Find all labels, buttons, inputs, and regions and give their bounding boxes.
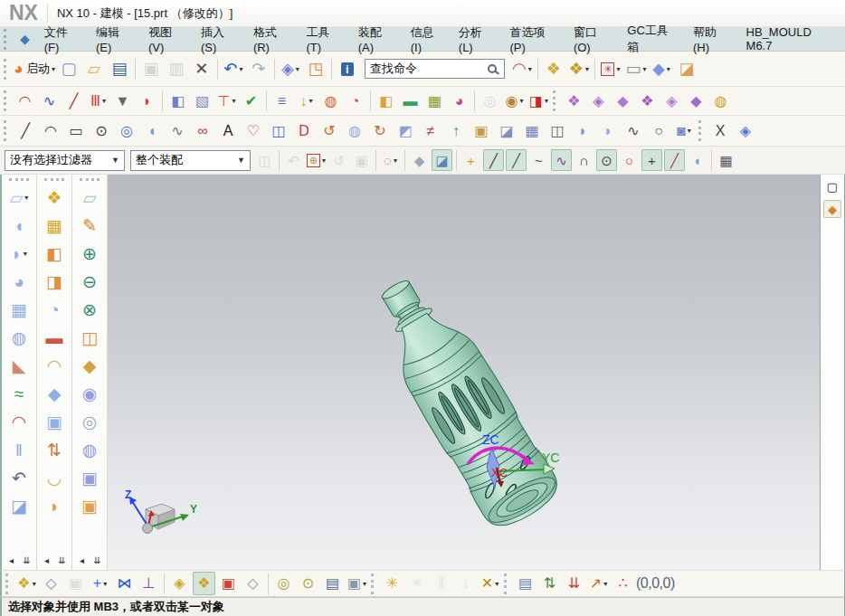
sketch-icon[interactable]: ▱	[75, 184, 104, 212]
assembly-constraints-icon[interactable]: ❖	[193, 572, 215, 595]
3d-viewport[interactable]: ZC YC XC Z Y	[108, 175, 820, 570]
snap-intersection-icon[interactable]: +	[641, 149, 662, 171]
command-finder-icon[interactable]: ◠▾	[510, 56, 534, 81]
raise-curve-icon[interactable]: ↑	[444, 119, 468, 143]
trimmed-sheet-icon[interactable]: ◪	[5, 492, 33, 520]
mirror-assembly-icon[interactable]: ⋈	[113, 572, 136, 595]
menu-hb-mould[interactable]: HB_MOULD M6.7	[739, 22, 845, 56]
zoom-compress-icon-dropdown[interactable]: ▾	[519, 97, 523, 105]
through-curves-icon[interactable]: ◕	[5, 268, 33, 296]
mold-corner-icon[interactable]: ◆	[612, 90, 634, 113]
sketch-edit-icon[interactable]: ✎	[75, 212, 104, 240]
analysis-more-icon[interactable]: ▼	[111, 90, 134, 113]
trim-sheet-icon[interactable]: ▣	[40, 408, 69, 436]
toolbar-grip[interactable]	[80, 178, 100, 181]
point-on-curve-icon[interactable]: ○	[647, 119, 670, 143]
mirror-curve-icon[interactable]: ◫	[546, 119, 569, 143]
bridge-curve-icon[interactable]: ◫	[267, 119, 290, 143]
point-set-icon[interactable]: ∴	[612, 572, 634, 595]
toolbar-grip[interactable]	[4, 90, 8, 111]
pocket-icon[interactable]: ▣	[75, 492, 104, 520]
fit-curve-icon[interactable]: ≈	[5, 380, 33, 408]
selection-scope-dropdown[interactable]: 整个装配 ▼	[130, 150, 251, 171]
conic-curves-icon[interactable]: ∞	[191, 119, 214, 143]
refresh-display-icon-dropdown[interactable]: ▾	[296, 65, 299, 73]
surface-comb-icon[interactable]: ◗	[136, 90, 158, 113]
arc-icon[interactable]: ◠	[39, 119, 62, 143]
draft-icon[interactable]: ◆	[75, 352, 104, 380]
move-component-icon[interactable]: ◈	[168, 572, 191, 595]
snap-spline-icon[interactable]: ∿	[551, 149, 572, 171]
fit-view-icon-dropdown[interactable]: ▾	[616, 65, 620, 73]
scroll-left-icon[interactable]: ◂	[76, 554, 89, 567]
offset-face-icon[interactable]: ◆	[40, 380, 69, 408]
dimension-x-icon[interactable]: X	[708, 119, 732, 143]
window-display-icon-dropdown[interactable]: ▾	[642, 65, 646, 73]
delete-explosion-icon[interactable]: ✕▾	[479, 572, 501, 595]
deviation-gauge-icon[interactable]: ╱	[62, 90, 85, 113]
menu-gc-toolbox[interactable]: GC工具箱	[620, 19, 686, 59]
four-point-surface-icon[interactable]: ▱▾	[5, 184, 33, 212]
feature-group-icon[interactable]: ▦	[40, 212, 69, 240]
add-component-icon-dropdown[interactable]: ▾	[103, 580, 107, 588]
curve-mesh-icon[interactable]: ▦	[5, 296, 33, 324]
rainbow-strip-icon[interactable]: ▬	[399, 90, 422, 113]
comb-analysis-icon[interactable]: Ⅲ▾	[87, 90, 109, 113]
view-layer-icon[interactable]: ⇅	[538, 572, 561, 595]
shaded-select-icon[interactable]: ◆	[409, 149, 430, 171]
toolbar-grip[interactable]	[553, 90, 557, 111]
mold-lift-icon[interactable]: ◈	[587, 90, 610, 113]
view-book-icon[interactable]: ◨▾	[527, 90, 550, 113]
menu-assemblies[interactable]: 装配(A)	[351, 21, 404, 58]
line-icon[interactable]: ╱	[14, 119, 37, 143]
face-curvature-icon[interactable]: ◍	[319, 90, 342, 113]
active-part-icon[interactable]: ◆	[13, 29, 37, 49]
measure-icon-dropdown[interactable]: ▾	[232, 97, 235, 105]
sequence-icon[interactable]: ◇	[242, 572, 264, 595]
comb-trim-icon[interactable]: ≠	[419, 119, 442, 143]
toolbar-grip[interactable]	[5, 573, 10, 594]
resource-tab-icon[interactable]: ◆	[823, 200, 841, 218]
datum-csys-icon[interactable]: ↗▾	[587, 572, 610, 595]
wrap-curve-icon[interactable]: ↻	[368, 119, 392, 143]
filter-add-icon[interactable]: ⊕▾	[306, 149, 327, 171]
new-file-icon[interactable]: ▢	[57, 56, 81, 81]
move-to-layer-icon[interactable]: ⇊	[563, 572, 585, 595]
spline-analysis-icon[interactable]: ∿	[38, 90, 61, 113]
constraint-nav-icon[interactable]: ⊥	[138, 572, 160, 595]
pattern-curve-icon[interactable]: ▣	[470, 119, 493, 143]
redo-icon[interactable]: ↷	[247, 56, 271, 81]
undo-icon[interactable]: ↶▾	[222, 56, 245, 81]
restore-view-icon[interactable]: ▢	[823, 177, 841, 195]
wave-interface-icon[interactable]: ⊙	[297, 572, 319, 595]
text-icon[interactable]: A	[216, 119, 240, 143]
snap-midpoint-icon[interactable]: ╱	[506, 149, 527, 171]
intersection-curve-icon[interactable]: ◍	[343, 119, 366, 143]
marquee-select-icon-dropdown[interactable]: ▾	[394, 156, 397, 165]
menu-analysis[interactable]: 分析(L)	[451, 21, 503, 58]
hole-icon[interactable]: ◉	[75, 380, 104, 408]
rendering-style-icon[interactable]: ◪	[675, 56, 698, 81]
reflection-analysis-icon[interactable]: ≡	[271, 90, 293, 113]
surface-patch-icon[interactable]: ◖	[140, 119, 164, 143]
snap-endpoint-icon[interactable]: ╱	[483, 149, 504, 171]
more-tools-icon[interactable]: ⇊	[91, 554, 104, 567]
product-interface-icon[interactable]: ▣▾	[346, 572, 368, 595]
snap-arc-center-icon[interactable]: ⊙	[596, 149, 617, 171]
toolbar-grip[interactable]	[698, 120, 703, 141]
menu-grip[interactable]	[4, 29, 8, 50]
refresh-display-icon[interactable]: ◈▾	[279, 56, 302, 81]
examine-geometry-icon[interactable]: ✔	[240, 90, 262, 113]
polygon-icon[interactable]: ⊙	[90, 119, 113, 143]
toolbar-grip[interactable]	[9, 178, 29, 181]
menu-information[interactable]: 信息(I)	[404, 21, 451, 58]
create-explosion-icon[interactable]: ✳	[381, 572, 404, 595]
wrap-geometry-icon[interactable]: ◗	[40, 492, 69, 520]
open-file-icon[interactable]: ▱	[82, 56, 106, 81]
measure-icon[interactable]: ⊤▾	[215, 90, 238, 113]
delete-face-icon[interactable]: ▬	[40, 324, 69, 352]
studio-spline-icon[interactable]: ∿	[166, 119, 189, 143]
trim-body-icon[interactable]: ◧	[40, 240, 69, 268]
delete-icon[interactable]: ✕	[190, 56, 214, 81]
curve-analysis-icon[interactable]: ◠	[14, 90, 36, 113]
